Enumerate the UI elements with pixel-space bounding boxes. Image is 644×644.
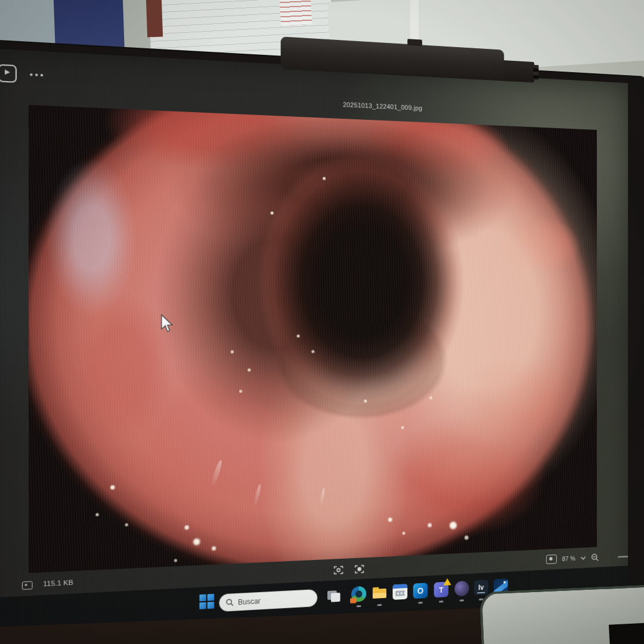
start-button[interactable] <box>199 594 215 611</box>
round-app-icon[interactable] <box>454 581 469 597</box>
desk-dark-object <box>609 623 644 644</box>
screen: 20251013_122401_009.jpg 1080 115.1 KB <box>0 48 628 636</box>
task-view-icon[interactable] <box>327 587 342 603</box>
mouse-cursor-icon <box>161 314 175 334</box>
running-indicator <box>418 602 423 603</box>
wet-reflection <box>320 488 326 506</box>
chevron-down-icon[interactable] <box>581 556 586 560</box>
fit-selection-icon[interactable] <box>334 565 343 575</box>
running-indicator <box>357 605 361 607</box>
outlook-icon[interactable]: O <box>413 583 428 599</box>
file-size-text: 115.1 KB <box>43 578 73 587</box>
browser-donut-icon[interactable] <box>351 586 366 602</box>
monitor-bezel: 20251013_122401_009.jpg 1080 115.1 KB <box>0 39 644 644</box>
wet-reflection <box>253 484 262 507</box>
zoom-percent[interactable]: 87 % <box>562 555 575 562</box>
calendar-icon[interactable] <box>392 584 407 600</box>
fit-image-icon[interactable] <box>546 555 557 564</box>
media-app-icon[interactable] <box>0 64 17 83</box>
more-options-icon[interactable] <box>30 73 43 76</box>
image-size-icon <box>22 581 33 590</box>
zoom-slider[interactable] <box>618 555 628 558</box>
warning-badge-icon <box>444 578 451 585</box>
endoscopy-image <box>29 105 597 573</box>
running-indicator <box>439 600 443 602</box>
teams-icon[interactable]: T <box>434 582 448 598</box>
wet-reflection <box>210 459 223 487</box>
fit-selection-filled-icon[interactable] <box>355 564 364 574</box>
image-filename: 20251013_122401_009.jpg <box>343 101 422 112</box>
search-icon <box>226 598 234 606</box>
monitor-group: 20251013_122401_009.jpg 1080 115.1 KB <box>0 1 644 644</box>
zoom-out-icon[interactable] <box>591 553 599 562</box>
search-placeholder: Buscar <box>238 596 261 606</box>
zoom-controls: 87 % <box>546 553 599 564</box>
specular-highlights <box>29 105 30 107</box>
search-input[interactable]: Buscar <box>219 589 317 612</box>
file-explorer-icon[interactable] <box>372 585 387 601</box>
running-indicator <box>460 599 464 601</box>
lv-app-icon[interactable]: lv <box>474 580 488 595</box>
notification-badge <box>350 597 357 603</box>
running-indicator <box>377 604 382 606</box>
soundbar-button <box>407 39 422 46</box>
